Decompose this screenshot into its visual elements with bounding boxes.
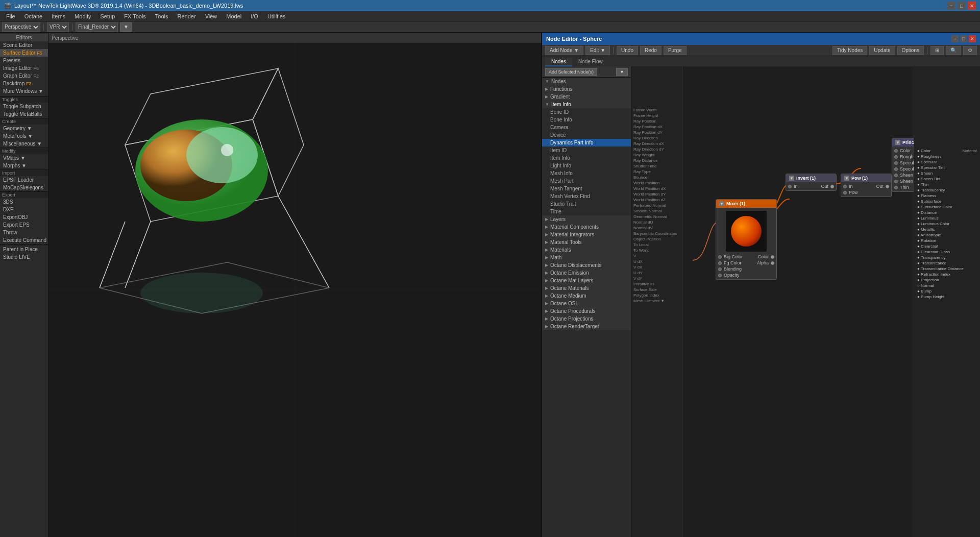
menu-setup[interactable]: Setup [96, 12, 119, 20]
mixer-collapse[interactable]: ▼ [719, 201, 724, 206]
node-list-arrow[interactable]: ▼ [616, 68, 628, 76]
sidebar-throw[interactable]: Throw [0, 229, 48, 236]
undo-btn[interactable]: Undo [617, 46, 638, 55]
sidebar-parent-in-place[interactable]: Parent in Place [0, 246, 48, 253]
cat-oct-osl-header[interactable]: ▶ Octane OSL [542, 300, 631, 307]
node-item-device[interactable]: Device [542, 131, 631, 139]
maximize-button[interactable]: □ [958, 2, 966, 10]
pbsdf-collapse[interactable]: ▼ [895, 140, 900, 145]
menu-view[interactable]: View [201, 12, 222, 20]
sidebar-morphs[interactable]: Morphs ▼ [0, 162, 48, 169]
tab-node-flow[interactable]: Node Flow [572, 58, 609, 66]
node-item-light-info[interactable]: Light Info [542, 162, 631, 169]
view-mode-select[interactable]: Perspective [2, 22, 40, 32]
menu-modify[interactable]: Modify [70, 12, 95, 20]
render-preset-select[interactable]: Final_Render [76, 22, 118, 32]
cat-oct-em-header[interactable]: ▶ Octane Emission [542, 269, 631, 277]
node-item-dynamics-part-info[interactable]: Dynamics Part Info [542, 139, 631, 147]
sidebar-presets[interactable]: Presets [0, 57, 48, 64]
node-item-camera[interactable]: Camera [542, 124, 631, 131]
node-item-bone-id[interactable]: Bone ID [542, 108, 631, 116]
tab-nodes[interactable]: Nodes [545, 58, 572, 66]
ne-minimize[interactable]: − [951, 35, 959, 42]
sidebar-miscellaneous[interactable]: Miscellaneous ▼ [0, 140, 48, 148]
purge-btn[interactable]: Purge [664, 46, 687, 55]
node-item-studio-trait[interactable]: Studio Trait [542, 200, 631, 208]
add-selected-node-btn[interactable]: Add Selected Node(s) [545, 68, 597, 76]
sidebar-mocap-skelegons[interactable]: MoCapSkelegons [0, 184, 48, 191]
sidebar-surface-editor[interactable]: Surface Editor F5 [0, 49, 48, 57]
pow-node[interactable]: ▼ Pow (1) In Out Pow [841, 174, 892, 197]
sidebar-studio-live[interactable]: Studio LIVE [0, 253, 48, 261]
update-btn[interactable]: Update [869, 46, 895, 55]
ne-icon-btn3[interactable]: ⚙ [963, 46, 977, 55]
vpr-select[interactable]: VPR [47, 22, 69, 32]
cat-mat-integrators-header[interactable]: ▶ Material Integrators [542, 231, 631, 238]
cat-oct-proj-header[interactable]: ▶ Octane Projections [542, 315, 631, 323]
menu-render[interactable]: Render [174, 12, 200, 20]
sidebar-geometry[interactable]: Geometry ▼ [0, 125, 48, 132]
cat-oct-proc-header[interactable]: ▶ Octane Procedurals [542, 307, 631, 315]
cat-layers-header[interactable]: ▶ Layers [542, 215, 631, 223]
sidebar-image-editor[interactable]: Image Editor F6 [0, 64, 48, 72]
menu-model[interactable]: Model [222, 12, 246, 20]
cat-math-header[interactable]: ▶ Math [542, 254, 631, 261]
node-item-mesh-part[interactable]: Mesh Part [542, 177, 631, 185]
sidebar-metatools[interactable]: MetaTools ▼ [0, 132, 48, 140]
sidebar-execute-command[interactable]: Execute Command [0, 236, 48, 244]
menu-fxtools[interactable]: FX Tools [120, 12, 150, 20]
sidebar-toggle-metaballs[interactable]: Toggle MetaBalls [0, 110, 48, 118]
cat-oct-mat-header[interactable]: ▶ Octane Materials [542, 284, 631, 292]
invert-collapse[interactable]: ▼ [789, 176, 794, 181]
node-item-mesh-vertex-find[interactable]: Mesh Vertex Find [542, 192, 631, 200]
cat-oct-disp-header[interactable]: ▶ Octane Displacements [542, 261, 631, 269]
pow-collapse[interactable]: ▼ [844, 176, 849, 181]
node-canvas[interactable]: X:-31 Y:138 Zoom:91% Frame Width Frame H… [631, 66, 980, 537]
ne-icon-btn2[interactable]: 🔍 [946, 46, 961, 55]
sidebar-backdrop[interactable]: Backdrop F3 [0, 80, 48, 87]
mixer-node[interactable]: ▼ Mixer (1) Big Color Color [716, 199, 777, 280]
sidebar-more-windows[interactable]: More Windows ▼ [0, 87, 48, 95]
ne-maximize[interactable]: □ [960, 35, 967, 42]
menu-utilities[interactable]: Utilities [263, 12, 289, 20]
sidebar-graph-editor[interactable]: Graph Editor F2 [0, 72, 48, 80]
minimize-button[interactable]: − [947, 2, 955, 10]
edit-btn[interactable]: Edit ▼ [585, 46, 610, 55]
sidebar-toggle-subpatch[interactable]: Toggle Subpatch [0, 103, 48, 110]
node-item-mesh-info[interactable]: Mesh Info [542, 169, 631, 177]
sidebar-scene-editor[interactable]: Scene Editor [0, 41, 48, 49]
tidy-nodes-btn[interactable]: Tidy Nodes [832, 46, 867, 55]
sidebar-export-obj[interactable]: ExportOBJ [0, 213, 48, 221]
node-item-item-id[interactable]: Item ID [542, 147, 631, 154]
cat-oct-ml-header[interactable]: ▶ Octane Mat Layers [542, 277, 631, 284]
node-item-mesh-tangent[interactable]: Mesh Tangent [542, 185, 631, 192]
menu-tools[interactable]: Tools [151, 12, 173, 20]
sidebar-vmaps[interactable]: VMaps ▼ [0, 154, 48, 162]
redo-btn[interactable]: Redo [640, 46, 662, 55]
invert-node[interactable]: ▼ Invert (1) In Out [786, 174, 837, 191]
expand-btn[interactable]: ▼ [120, 22, 132, 32]
cat-materials-header[interactable]: ▶ Materials [542, 246, 631, 254]
options-btn[interactable]: Options [897, 46, 924, 55]
menu-items[interactable]: Items [47, 12, 69, 20]
cat-oct-med-header[interactable]: ▶ Octane Medium [542, 292, 631, 300]
sidebar-3ds[interactable]: 3DS [0, 198, 48, 206]
ne-icon-btn1[interactable]: ⊞ [930, 46, 944, 55]
ne-close[interactable]: ✕ [969, 35, 976, 42]
menu-file[interactable]: File [2, 12, 19, 20]
cat-nodes-header[interactable]: ▼ Nodes [542, 78, 631, 85]
node-item-time[interactable]: Time [542, 208, 631, 215]
cat-mat-components-header[interactable]: ▶ Material Components [542, 223, 631, 231]
cat-mat-tools-header[interactable]: ▶ Material Tools [542, 238, 631, 246]
sidebar-dxf[interactable]: DXF [0, 206, 48, 213]
viewport-canvas[interactable] [48, 43, 541, 537]
cat-gradient-header[interactable]: ▶ Gradient [542, 93, 631, 101]
cat-functions-header[interactable]: ▶ Functions [542, 85, 631, 93]
add-node-btn[interactable]: Add Node ▼ [545, 46, 583, 55]
sidebar-export-eps[interactable]: Export EPS [0, 221, 48, 229]
cat-oct-rt-header[interactable]: ▶ Octane RenderTarget [542, 323, 631, 330]
close-button[interactable]: ✕ [968, 2, 976, 10]
menu-octane[interactable]: Octane [20, 12, 46, 20]
cat-item-info-header[interactable]: ▼ Item Info [542, 101, 631, 108]
menu-io[interactable]: I/O [247, 12, 262, 20]
